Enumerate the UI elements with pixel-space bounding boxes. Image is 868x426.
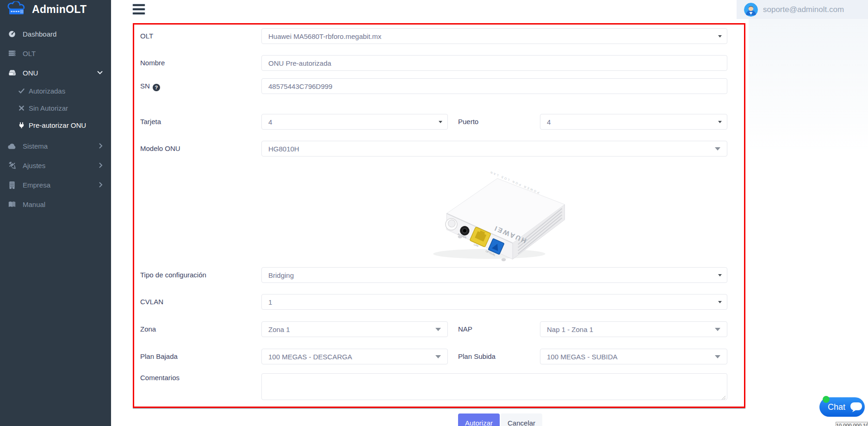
sidebar-item-onu[interactable]: ONU	[0, 63, 111, 82]
cancelar-button[interactable]: Cancelar	[501, 413, 542, 426]
online-status-dot	[823, 396, 830, 403]
chevron-right-icon	[99, 143, 103, 149]
sidebar-item-label: Autorizadas	[29, 87, 65, 95]
chat-bubble-icon	[850, 401, 862, 413]
preauthorize-onu-form: OLT Huawei MA5680T-rbforo.megabit.mx Nom…	[133, 23, 745, 408]
building-icon	[7, 181, 17, 189]
sidebar-item-empresa[interactable]: Empresa	[0, 175, 111, 194]
puerto-select-value: 4	[547, 118, 551, 126]
book-icon	[7, 201, 17, 208]
chat-widget-button[interactable]: Chat	[819, 397, 865, 417]
cvlan-label: CVLAN	[140, 294, 256, 310]
user-email: soporte@adminolt.com	[763, 5, 844, 14]
plan-bajada-select[interactable]: 100 MEGAS - DESCARGA	[261, 349, 448, 364]
help-icon[interactable]: ?	[153, 84, 160, 91]
cvlan-select-value: 1	[268, 298, 272, 306]
sidebar-item-manual[interactable]: Manual	[0, 194, 111, 214]
nombre-input[interactable]	[261, 55, 727, 71]
chevron-down-icon	[97, 71, 103, 75]
sidebar-item-sin-autorizar[interactable]: Sin Autorizar	[0, 100, 111, 117]
server-icon	[7, 49, 17, 57]
sidebar-item-label: Pre-autorizar ONU	[29, 121, 86, 129]
plan-bajada-label: Plan Bajada	[140, 349, 256, 364]
nombre-label: Nombre	[140, 55, 256, 71]
plug-icon	[18, 122, 25, 129]
sidebar-item-label: Dashboard	[23, 30, 56, 38]
gauge-icon	[7, 30, 17, 38]
app-window: AdminOLT Dashboard OLT ONU	[0, 0, 868, 426]
puerto-label: Puerto	[458, 114, 532, 130]
background-fade	[749, 19, 868, 213]
chat-label: Chat	[828, 402, 845, 412]
sidebar-item-sistema[interactable]: Sistema	[0, 136, 111, 156]
topbar	[111, 0, 737, 19]
form-actions: Autorizar Cancelar	[458, 413, 542, 426]
comentarios-label: Comentarios	[140, 373, 256, 382]
cloud-icon	[7, 143, 17, 150]
sidebar-item-label: Manual	[23, 200, 45, 208]
plan-subida-label: Plan Subida	[458, 349, 532, 364]
user-menu[interactable]: soporte@adminolt.com	[737, 0, 868, 19]
nap-select-value: Nap 1 - Zona 1	[547, 326, 593, 333]
x-icon	[18, 105, 25, 111]
tipo-configuracion-label: Tipo de configuración	[140, 267, 256, 283]
tipo-configuracion-select-value: Bridging	[268, 271, 294, 279]
brand-name: AdminOLT	[32, 3, 87, 16]
tools-icon	[7, 162, 17, 169]
puerto-select[interactable]: 4	[540, 114, 727, 130]
zona-select-value: Zona 1	[268, 326, 290, 333]
chevron-right-icon	[99, 182, 103, 188]
onu-product-image: POWER PON LOS LAN HUAWEI	[422, 163, 570, 263]
tarjeta-select-value: 4	[268, 118, 272, 126]
sidebar-item-dashboard[interactable]: Dashboard	[0, 24, 111, 44]
olt-select[interactable]: Huawei MA5680T-rbforo.megabit.mx	[261, 28, 727, 44]
sn-label: SN?	[140, 78, 256, 94]
sidebar-item-ajustes[interactable]: Ajustes	[0, 156, 111, 175]
cvlan-select[interactable]: 1	[261, 294, 727, 310]
cloud-switch-logo-icon	[6, 1, 28, 18]
brand-logo[interactable]: AdminOLT	[0, 0, 111, 19]
sidebar-nav: Dashboard OLT ONU	[0, 19, 111, 214]
sn-input[interactable]	[261, 78, 727, 94]
modelo-onu-select[interactable]: HG8010H	[261, 141, 727, 157]
sidebar-item-label: Empresa	[23, 181, 50, 189]
modelo-onu-select-value: HG8010H	[268, 145, 299, 153]
autorizar-button[interactable]: Autorizar	[458, 413, 500, 426]
sidebar: AdminOLT Dashboard OLT ONU	[0, 0, 111, 426]
onu-device-icon	[7, 69, 17, 77]
main-content: OLT Huawei MA5680T-rbforo.megabit.mx Nom…	[111, 19, 868, 426]
sidebar-item-label: Ajustes	[23, 162, 45, 169]
check-icon	[18, 88, 25, 94]
user-avatar	[744, 3, 758, 17]
nap-label: NAP	[458, 321, 532, 337]
tipo-configuracion-select[interactable]: Bridging	[261, 267, 727, 283]
modelo-onu-label: Modelo ONU	[140, 141, 256, 157]
sidebar-item-label: Sistema	[23, 142, 48, 150]
sidebar-item-pre-autorizar-onu[interactable]: Pre-autorizar ONU	[0, 117, 111, 134]
olt-label: OLT	[140, 28, 256, 44]
menu-toggle-button[interactable]	[133, 4, 145, 14]
plan-subida-select-value: 100 MEGAS - SUBIDA	[547, 353, 618, 361]
plan-subida-select[interactable]: 100 MEGAS - SUBIDA	[540, 349, 727, 364]
status-tooltip: 10.000.000.100	[836, 422, 868, 426]
zona-label: Zona	[140, 321, 256, 337]
chevron-right-icon	[99, 163, 103, 168]
sidebar-item-label: ONU	[23, 69, 38, 77]
comentarios-textarea[interactable]	[261, 373, 727, 400]
nap-select[interactable]: Nap 1 - Zona 1	[540, 321, 727, 337]
sidebar-item-label: OLT	[23, 50, 36, 57]
tarjeta-select[interactable]: 4	[261, 114, 448, 130]
sidebar-item-olt[interactable]: OLT	[0, 44, 111, 63]
tarjeta-label: Tarjeta	[140, 114, 256, 130]
olt-select-value: Huawei MA5680T-rbforo.megabit.mx	[268, 32, 381, 40]
zona-select[interactable]: Zona 1	[261, 321, 448, 337]
plan-bajada-select-value: 100 MEGAS - DESCARGA	[268, 353, 352, 361]
sidebar-item-autorizadas[interactable]: Autorizadas	[0, 82, 111, 100]
sidebar-item-label: Sin Autorizar	[29, 104, 68, 112]
